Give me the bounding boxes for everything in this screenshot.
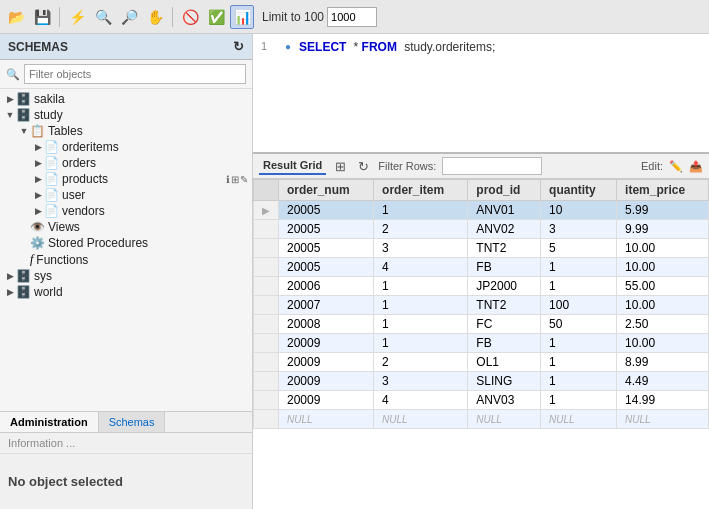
cell-order_num[interactable]: NULL bbox=[279, 410, 374, 429]
table-row[interactable]: 200061JP2000155.00 bbox=[254, 277, 709, 296]
tree-item-sakila[interactable]: ▶ 🗄️ sakila bbox=[0, 91, 252, 107]
table-row[interactable]: 200091FB110.00 bbox=[254, 334, 709, 353]
cell-order_item[interactable]: NULL bbox=[374, 410, 468, 429]
table-row[interactable]: 200071TNT210010.00 bbox=[254, 296, 709, 315]
toggle-orderitems[interactable]: ▶ bbox=[32, 142, 44, 152]
cell-order_item[interactable]: 3 bbox=[374, 239, 468, 258]
cell-order_num[interactable]: 20009 bbox=[279, 391, 374, 410]
schema-inspector-button[interactable]: 📊 bbox=[230, 5, 254, 29]
tree-item-sys[interactable]: ▶ 🗄️ sys bbox=[0, 268, 252, 284]
save-button[interactable]: 💾 bbox=[30, 5, 54, 29]
col-header-order_num[interactable]: order_num bbox=[279, 180, 374, 201]
cell-order_item[interactable]: 1 bbox=[374, 277, 468, 296]
col-header-order_item[interactable]: order_item bbox=[374, 180, 468, 201]
edit-icon[interactable]: ✏️ bbox=[669, 160, 683, 173]
col-header-prod_id[interactable]: prod_id bbox=[468, 180, 541, 201]
toggle-tables[interactable]: ▼ bbox=[18, 126, 30, 136]
tree-item-orderitems[interactable]: ▶ 📄 orderitems bbox=[0, 139, 252, 155]
cell-order_item[interactable]: 1 bbox=[374, 296, 468, 315]
limit-input[interactable] bbox=[327, 7, 377, 27]
cell-quantity[interactable]: 5 bbox=[541, 239, 617, 258]
cell-prod_id[interactable]: ANV03 bbox=[468, 391, 541, 410]
sql-editor[interactable]: 1 ● SELECT * FROM study.orderitems; bbox=[253, 34, 709, 154]
tab-schemas[interactable]: Schemas bbox=[99, 412, 166, 432]
cell-item_price[interactable]: 10.00 bbox=[617, 239, 709, 258]
cell-item_price[interactable]: 8.99 bbox=[617, 353, 709, 372]
tree-item-tables[interactable]: ▼ 📋 Tables bbox=[0, 123, 252, 139]
cell-prod_id[interactable]: FB bbox=[468, 334, 541, 353]
table-row[interactable]: 200081FC502.50 bbox=[254, 315, 709, 334]
toggle-world[interactable]: ▶ bbox=[4, 287, 16, 297]
stop-button[interactable]: 🚫 bbox=[178, 5, 202, 29]
toggle-study[interactable]: ▼ bbox=[4, 110, 16, 120]
open-folder-button[interactable]: 📂 bbox=[4, 5, 28, 29]
cell-item_price[interactable]: 9.99 bbox=[617, 220, 709, 239]
table-row[interactable]: 200093SLING14.49 bbox=[254, 372, 709, 391]
toggle-user[interactable]: ▶ bbox=[32, 190, 44, 200]
cell-quantity[interactable]: 50 bbox=[541, 315, 617, 334]
toggle-products[interactable]: ▶ bbox=[32, 174, 44, 184]
toggle-sakila[interactable]: ▶ bbox=[4, 94, 16, 104]
cell-item_price[interactable]: 2.50 bbox=[617, 315, 709, 334]
commit-button[interactable]: ✅ bbox=[204, 5, 228, 29]
cell-prod_id[interactable]: FC bbox=[468, 315, 541, 334]
result-grid-tab[interactable]: Result Grid bbox=[259, 157, 326, 175]
cell-quantity[interactable]: 1 bbox=[541, 353, 617, 372]
cell-item_price[interactable]: 55.00 bbox=[617, 277, 709, 296]
execute-button[interactable]: ⚡ bbox=[65, 5, 89, 29]
cell-order_num[interactable]: 20005 bbox=[279, 258, 374, 277]
cell-prod_id[interactable]: ANV01 bbox=[468, 201, 541, 220]
tree-item-products[interactable]: ▶ 📄 products ℹ ⊞ ✎ bbox=[0, 171, 252, 187]
cell-quantity[interactable]: 10 bbox=[541, 201, 617, 220]
table-row[interactable]: 200052ANV0239.99 bbox=[254, 220, 709, 239]
explain-button[interactable]: 🔍 bbox=[91, 5, 115, 29]
cell-order_item[interactable]: 3 bbox=[374, 372, 468, 391]
sql-content[interactable]: SELECT * FROM study.orderitems; bbox=[299, 40, 495, 55]
filter-rows-input[interactable] bbox=[442, 157, 542, 175]
cell-order_item[interactable]: 4 bbox=[374, 258, 468, 277]
tree-item-vendors[interactable]: ▶ 📄 vendors bbox=[0, 203, 252, 219]
cell-quantity[interactable]: 1 bbox=[541, 258, 617, 277]
grid-icon[interactable]: ⊞ bbox=[332, 158, 349, 175]
toggle-vendors[interactable]: ▶ bbox=[32, 206, 44, 216]
cell-order_num[interactable]: 20005 bbox=[279, 201, 374, 220]
search-button[interactable]: 🔎 bbox=[117, 5, 141, 29]
cell-quantity[interactable]: 1 bbox=[541, 334, 617, 353]
cell-quantity[interactable]: 1 bbox=[541, 277, 617, 296]
products-edit-btn[interactable]: ✎ bbox=[240, 174, 248, 185]
cell-prod_id[interactable]: FB bbox=[468, 258, 541, 277]
cell-quantity[interactable]: 100 bbox=[541, 296, 617, 315]
cell-prod_id[interactable]: ANV02 bbox=[468, 220, 541, 239]
cell-prod_id[interactable]: TNT2 bbox=[468, 239, 541, 258]
cell-item_price[interactable]: 5.99 bbox=[617, 201, 709, 220]
cell-item_price[interactable]: 14.99 bbox=[617, 391, 709, 410]
cell-order_item[interactable]: 1 bbox=[374, 201, 468, 220]
refresh-rows-icon[interactable]: ↻ bbox=[355, 158, 372, 175]
toggle-orders[interactable]: ▶ bbox=[32, 158, 44, 168]
toggle-sys[interactable]: ▶ bbox=[4, 271, 16, 281]
cell-order_item[interactable]: 2 bbox=[374, 353, 468, 372]
col-header-item_price[interactable]: item_price bbox=[617, 180, 709, 201]
cell-order_item[interactable]: 1 bbox=[374, 315, 468, 334]
export-icon[interactable]: 📤 bbox=[689, 160, 703, 173]
tree-item-user[interactable]: ▶ 📄 user bbox=[0, 187, 252, 203]
cell-order_num[interactable]: 20006 bbox=[279, 277, 374, 296]
cell-order_num[interactable]: 20009 bbox=[279, 334, 374, 353]
tree-item-world[interactable]: ▶ 🗄️ world bbox=[0, 284, 252, 300]
cell-order_num[interactable]: 20009 bbox=[279, 372, 374, 391]
tab-administration[interactable]: Administration bbox=[0, 412, 99, 432]
tree-item-study[interactable]: ▼ 🗄️ study bbox=[0, 107, 252, 123]
tree-item-stored-procedures[interactable]: ⚙️ Stored Procedures bbox=[0, 235, 252, 251]
tree-item-views[interactable]: 👁️ Views bbox=[0, 219, 252, 235]
cell-prod_id[interactable]: JP2000 bbox=[468, 277, 541, 296]
tree-item-functions[interactable]: f Functions bbox=[0, 251, 252, 268]
col-header-quantity[interactable]: quantity bbox=[541, 180, 617, 201]
cell-order_item[interactable]: 1 bbox=[374, 334, 468, 353]
cell-item_price[interactable]: 10.00 bbox=[617, 334, 709, 353]
cell-quantity[interactable]: 1 bbox=[541, 391, 617, 410]
cell-item_price[interactable]: 4.49 bbox=[617, 372, 709, 391]
cell-quantity[interactable]: NULL bbox=[541, 410, 617, 429]
table-row[interactable]: 200054FB110.00 bbox=[254, 258, 709, 277]
table-row[interactable]: NULLNULLNULLNULLNULL bbox=[254, 410, 709, 429]
cell-quantity[interactable]: 1 bbox=[541, 372, 617, 391]
